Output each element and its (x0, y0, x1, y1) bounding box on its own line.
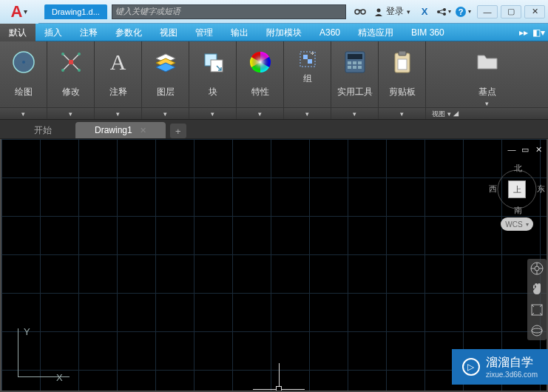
panel-label: 实用工具 (337, 86, 373, 98)
close-button[interactable]: ✕ (524, 5, 545, 18)
svg-point-44 (532, 328, 542, 333)
panel-view-dropdown[interactable]: 视图 ▾ ◢ (426, 107, 548, 119)
panel-annotate[interactable]: A 注释 ▾ (95, 41, 142, 119)
compass-west[interactable]: 西 (489, 183, 497, 195)
chevron-down-icon: ▾ (526, 221, 529, 228)
panel-utilities[interactable]: 实用工具 ▾ (331, 41, 379, 119)
panel-properties[interactable]: 特性 ▾ (237, 41, 284, 119)
panel-modify[interactable]: 修改 ▾ (47, 41, 95, 119)
title-icons-group: 登录 ▾ X ▾ ? ▾ — ▢ ✕ (351, 4, 548, 19)
svg-rect-25 (348, 54, 362, 59)
panel-group[interactable]: 组 ▾ (284, 41, 331, 119)
panel-dropdown-icon[interactable]: ▾ (189, 107, 236, 119)
help-search-input[interactable]: 键入关键字或短语 (112, 4, 346, 19)
panel-dropdown-icon[interactable]: ▾ (237, 107, 283, 119)
vp-minimize-icon[interactable]: — (507, 145, 517, 154)
new-tab-button[interactable]: + (170, 124, 186, 138)
panel-label: 图层 (157, 86, 175, 98)
watermark-logo-icon: ▷ (462, 358, 480, 376)
compass-icon[interactable]: 北 南 东 西 上 (495, 167, 539, 212)
zoom-extents-icon[interactable] (530, 303, 544, 317)
tab-bim360[interactable]: BIM 360 (402, 24, 453, 41)
panel-label: 块 (209, 86, 217, 98)
chevron-down-icon: ▾ (485, 100, 489, 107)
watermark-url: zixue.3d66.com (486, 371, 538, 379)
autocad-logo-icon: A (11, 2, 23, 21)
svg-rect-30 (353, 66, 356, 69)
watermark: ▷ 溜溜自学 zixue.3d66.com (452, 349, 548, 385)
panel-label: 组 (303, 72, 312, 85)
panel-label: 剪贴板 (389, 86, 416, 98)
compass-east[interactable]: 东 (537, 183, 545, 195)
login-button[interactable]: 登录 ▾ (370, 5, 415, 18)
tab-a360[interactable]: A360 (311, 24, 349, 41)
tab-drawing1[interactable]: Drawing1 ✕ (75, 122, 166, 138)
compass-south[interactable]: 南 (514, 205, 522, 216)
tab-insert[interactable]: 插入 (35, 24, 71, 41)
viewcube[interactable]: 北 南 东 西 上 WCS▾ (492, 164, 542, 231)
panel-draw[interactable]: 绘图 ▾ (0, 41, 47, 119)
panel-dropdown-icon[interactable]: ▾ (142, 107, 189, 119)
wcs-badge[interactable]: WCS▾ (501, 217, 533, 231)
close-tab-icon[interactable]: ✕ (140, 126, 146, 135)
group-icon (294, 47, 321, 71)
doctab-label: Drawing1 (95, 125, 132, 135)
svg-point-16 (78, 69, 81, 72)
login-label: 登录 (386, 5, 404, 18)
svg-rect-28 (358, 61, 362, 64)
panel-layers[interactable]: 图层 ▾ (142, 41, 189, 119)
svg-rect-31 (358, 66, 362, 69)
panel-dropdown-icon[interactable]: ▾ (379, 107, 425, 119)
chevron-down-icon: ▾ (407, 8, 410, 16)
svg-point-15 (61, 53, 64, 55)
steering-wheel-icon[interactable] (530, 262, 544, 275)
tab-start[interactable]: 开始 (15, 122, 71, 138)
panel-clipboard[interactable]: 剪贴板 ▾ (379, 41, 426, 119)
panel-dropdown-icon[interactable]: ▾ (331, 107, 378, 119)
tab-output[interactable]: 输出 (222, 24, 257, 41)
svg-text:?: ? (459, 7, 464, 16)
vp-maximize-icon[interactable]: ▭ (520, 145, 530, 154)
svg-rect-27 (353, 61, 356, 64)
share-icon[interactable]: ▾ (434, 4, 453, 19)
panel-block[interactable]: 块 ▾ (189, 41, 237, 119)
svg-rect-22 (303, 55, 308, 59)
block-icon (200, 49, 226, 75)
panel-dropdown-icon[interactable]: ▾ (0, 107, 47, 119)
svg-rect-17 (69, 60, 73, 64)
orbit-icon[interactable] (530, 324, 544, 337)
file-name-tab[interactable]: Drawing1.d... (44, 4, 107, 19)
panel-dropdown-icon[interactable]: ▾ (47, 107, 94, 119)
compass-north[interactable]: 北 (514, 163, 522, 174)
color-wheel-icon (247, 49, 274, 75)
title-bar: A ▾ Drawing1.d... 键入关键字或短语 登录 ▾ X ▾ ? ▾ … (0, 0, 548, 24)
help-icon[interactable]: ? ▾ (453, 4, 473, 19)
tab-manage[interactable]: 管理 (186, 24, 222, 41)
person-icon (374, 7, 383, 16)
tab-annotate[interactable]: 注释 (71, 24, 106, 41)
ribbon-minimize-icon[interactable]: ◧▾ (532, 27, 545, 38)
panel-dropdown-icon[interactable]: ▾ (95, 107, 141, 119)
tab-default[interactable]: 默认 (0, 24, 35, 41)
panel-base[interactable]: 基点 ▾ 视图 ▾ ◢ (426, 41, 548, 119)
panel-label: 特性 (251, 86, 269, 98)
exchange-icon[interactable]: X (415, 4, 434, 19)
minimize-button[interactable]: — (477, 5, 498, 18)
tabs-overflow-icon[interactable]: ▸▸ (519, 27, 528, 38)
binoculars-icon[interactable] (351, 4, 370, 19)
tab-view[interactable]: 视图 (151, 24, 186, 41)
navigation-bar (527, 259, 547, 340)
tab-featured[interactable]: 精选应用 (349, 24, 402, 41)
maximize-button[interactable]: ▢ (501, 5, 521, 18)
pan-icon[interactable] (530, 283, 544, 296)
chevron-down-icon: ▾ (24, 7, 27, 16)
panel-label: 注释 (109, 86, 127, 98)
svg-rect-34 (398, 59, 407, 70)
panel-dropdown-icon[interactable]: ▾ (284, 107, 331, 119)
tab-addins[interactable]: 附加模块 (257, 24, 311, 41)
app-menu[interactable]: A ▾ (0, 0, 38, 24)
vp-close-icon[interactable]: ✕ (533, 145, 544, 154)
svg-point-2 (377, 8, 381, 12)
tab-parametric[interactable]: 参数化 (106, 24, 151, 41)
viewcube-top-face[interactable]: 上 (508, 180, 526, 198)
